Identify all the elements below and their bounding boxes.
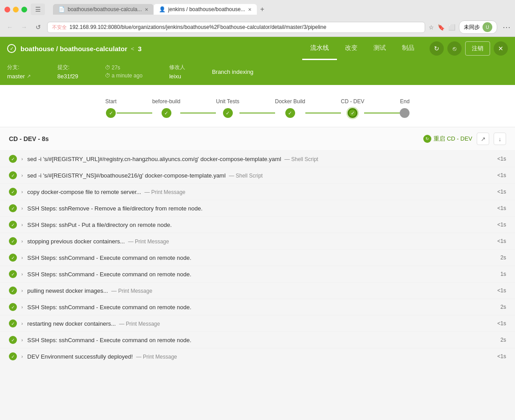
minimize-traffic-light[interactable]: [13, 7, 19, 12]
step-row[interactable]: ✓›copy docker-compose file to remote ser…: [0, 183, 515, 200]
step-text: SSH Steps: sshCommand - Execute command …: [27, 271, 496, 278]
step-expand-icon[interactable]: ›: [21, 354, 23, 359]
nav-pipeline[interactable]: 流水线: [302, 37, 337, 60]
external-link-icon[interactable]: ↗: [27, 73, 31, 79]
step-row[interactable]: ✓›pulling newest docker images... — Prin…: [0, 282, 515, 299]
header-nav: 流水线 改变 测试 制品: [302, 37, 422, 60]
user-avatar: U: [483, 22, 492, 32]
pipeline-stage-before-build[interactable]: before-build✓: [152, 98, 180, 118]
tab-boathouse-calculator[interactable]: 📄 boathouse/boathouse-calcula... ✕: [53, 4, 154, 15]
step-check-icon: ✓: [9, 270, 17, 278]
step-expand-icon[interactable]: ›: [21, 272, 23, 277]
step-row[interactable]: ✓›SSH Steps: sshPut - Put a file/directo…: [0, 216, 515, 233]
time-clock-icon: ⏱: [105, 73, 110, 79]
step-expand-icon[interactable]: ›: [21, 222, 23, 227]
external-link-button[interactable]: ↗: [477, 133, 489, 145]
address-bar[interactable]: 不安全 192.168.99.102:8080/blue/organizatio…: [47, 22, 425, 33]
browser-chrome: ☰ 📄 boathouse/boathouse-calcula... ✕ 👤 j…: [0, 0, 515, 37]
step-expand-icon[interactable]: ›: [21, 173, 23, 178]
step-type: — Print Message: [110, 288, 152, 294]
commit-value: 8e31f29: [57, 73, 78, 80]
step-check-icon: ✓: [9, 319, 17, 327]
back-button[interactable]: ←: [4, 22, 15, 32]
screen-icon[interactable]: ⬜: [448, 24, 455, 31]
new-tab-button[interactable]: +: [257, 4, 268, 15]
time-icon-row: ⏱ a minute ago: [105, 73, 142, 79]
step-row[interactable]: ✓›SSH Steps: sshCommand - Execute comman…: [0, 266, 515, 282]
pipeline-stage-unit-tests[interactable]: Unit Tests✓: [216, 98, 239, 118]
step-time: <1s: [497, 172, 506, 178]
sidebar-toggle-button[interactable]: ☰: [31, 4, 45, 15]
step-type: — Shell Script: [227, 173, 263, 179]
step-row[interactable]: ✓›SSH Steps: sshRemove - Remove a file/d…: [0, 200, 515, 216]
exit-button[interactable]: ⎋: [447, 41, 462, 56]
meta-duration: ⏱ 27s ⏱ a minute ago: [105, 65, 142, 79]
step-row[interactable]: ✓›DEV Environment successfully deployed!…: [0, 348, 515, 364]
step-row[interactable]: ✓›sed -i 's/#[REGISTRY_NS]#/boathouse216…: [0, 167, 515, 183]
step-row[interactable]: ✓›restarting new docker containers... — …: [0, 315, 515, 331]
step-type: — Print Message: [126, 238, 169, 245]
forward-button[interactable]: →: [19, 22, 29, 32]
step-text: sed -i 's/#[REGISTRY_URL]#/registry.cn-h…: [27, 156, 493, 162]
stage-label: Start: [105, 98, 117, 105]
step-row[interactable]: ✓›stopping previous docker containers...…: [0, 233, 515, 249]
bookmark-icon[interactable]: 🔖: [438, 24, 445, 31]
maximize-traffic-light[interactable]: [21, 7, 27, 12]
clock-icon: ⏱: [105, 65, 110, 71]
step-text: pulling newest docker images... — Print …: [27, 287, 493, 294]
cancel-button[interactable]: 注销: [465, 41, 490, 56]
step-text: DEV Environment successfully deployed! —…: [27, 353, 493, 360]
close-button[interactable]: ✕: [494, 41, 508, 56]
sync-button[interactable]: 未同步 U: [459, 20, 497, 34]
nav-tests[interactable]: 测试: [365, 37, 394, 60]
commit-label: 提交:: [57, 64, 78, 71]
pipeline-stage-end[interactable]: End: [400, 98, 410, 118]
pipeline-stage-cd---dev[interactable]: CD - DEV✓: [341, 98, 365, 118]
tab-close-1[interactable]: ✕: [145, 7, 148, 12]
step-row[interactable]: ✓›SSH Steps: sshCommand - Execute comman…: [0, 249, 515, 266]
restart-label: 重启 CD - DEV: [434, 135, 472, 143]
step-time: <1s: [497, 189, 506, 195]
pipeline-stage-start[interactable]: Start✓: [105, 98, 117, 118]
message-value: Branch indexing: [212, 69, 253, 75]
step-time: <1s: [497, 156, 506, 162]
step-expand-icon[interactable]: ›: [21, 305, 23, 310]
nav-artifacts[interactable]: 制品: [394, 37, 422, 60]
breadcrumb-separator: <: [131, 45, 134, 52]
step-expand-icon[interactable]: ›: [21, 239, 23, 244]
tab-close-2[interactable]: ✕: [248, 7, 251, 12]
step-row[interactable]: ✓›SSH Steps: sshCommand - Execute comman…: [0, 331, 515, 348]
stage-node: ✓: [348, 108, 357, 118]
download-button[interactable]: ↓: [494, 133, 506, 145]
step-expand-icon[interactable]: ›: [21, 206, 23, 211]
stage-actions: ↻ 重启 CD - DEV ↗ ↓: [423, 133, 506, 145]
pipeline-stage-docker-build[interactable]: Docker Build✓: [275, 98, 305, 118]
step-text: sed -i 's/#[REGISTRY_NS]#/boathouse216/g…: [27, 172, 493, 179]
breadcrumb-repo-link[interactable]: boathouse / boathouse-calculator: [20, 45, 127, 52]
restart-button[interactable]: ↻ 重启 CD - DEV: [423, 135, 472, 143]
branch-value: master ↗: [7, 73, 31, 80]
step-expand-icon[interactable]: ›: [21, 288, 23, 293]
reload-button[interactable]: ↺: [33, 22, 44, 32]
step-row[interactable]: ✓›sed -i 's/#[REGISTRY_URL]#/registry.cn…: [0, 150, 515, 167]
close-traffic-light[interactable]: [4, 7, 10, 12]
step-type: — Print Message: [143, 189, 185, 195]
security-warning: 不安全: [52, 24, 67, 31]
header-actions: ↻ ⎋ 注销 ✕: [430, 41, 508, 56]
step-expand-icon[interactable]: ›: [21, 338, 23, 343]
browser-address-icons: ☆ 🔖 ⬜: [429, 24, 455, 31]
duration-icon-row: ⏱ 27s: [105, 65, 142, 71]
stage-label: Docker Build: [275, 98, 305, 105]
step-time: <1s: [497, 222, 506, 228]
step-expand-icon[interactable]: ›: [21, 255, 23, 260]
replay-button[interactable]: ↻: [430, 41, 444, 56]
nav-changes[interactable]: 改变: [337, 37, 365, 60]
step-row[interactable]: ✓›SSH Steps: sshCommand - Execute comman…: [0, 299, 515, 315]
step-expand-icon[interactable]: ›: [21, 157, 23, 162]
step-expand-icon[interactable]: ›: [21, 321, 23, 326]
browser-menu-button[interactable]: ⋯: [503, 22, 511, 32]
tab-jenkins-active[interactable]: 👤 jenkins / boathouse/boathouse... ✕: [154, 4, 257, 15]
step-expand-icon[interactable]: ›: [21, 190, 23, 194]
star-icon[interactable]: ☆: [429, 24, 434, 31]
step-text: SSH Steps: sshCommand - Execute command …: [27, 337, 496, 343]
